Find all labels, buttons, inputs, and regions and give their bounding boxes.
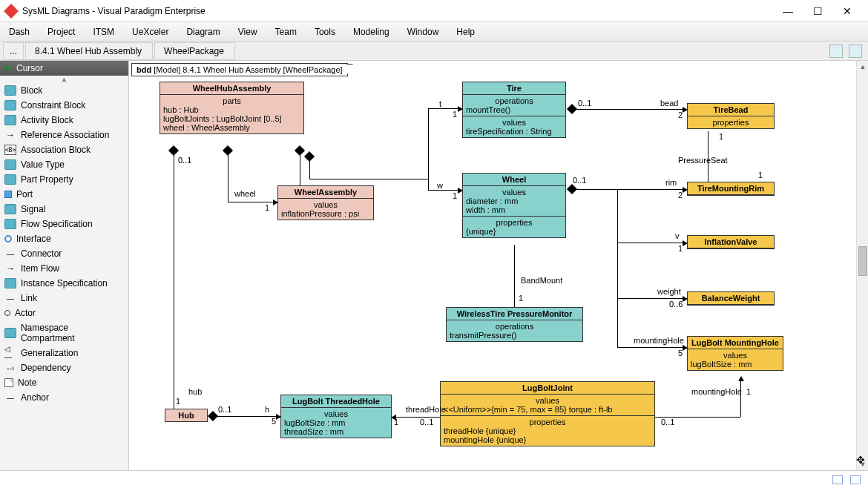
- connector-line: [228, 202, 277, 202]
- maximize-button[interactable]: ☐: [803, 0, 832, 22]
- palette-item[interactable]: Reference Association: [0, 128, 128, 142]
- palette-item[interactable]: Item Flow: [0, 261, 128, 276]
- palette-item[interactable]: Value Type: [0, 157, 128, 172]
- palette-item-label: Generalization: [21, 348, 78, 358]
- block-tire-bead[interactable]: TireBead properties: [687, 103, 775, 129]
- palette-item-label: Dependency: [21, 363, 70, 373]
- note-icon: [4, 378, 13, 387]
- palette-item-label: Interface: [16, 234, 51, 244]
- breadcrumb-root[interactable]: ...: [3, 42, 24, 60]
- block-lugbolt-joint[interactable]: LugBoltJoint values <<Uniform>>{min = 75…: [440, 381, 655, 446]
- menu-itsm[interactable]: ITSM: [93, 27, 114, 37]
- block-balance-weight[interactable]: BalanceWeight: [687, 291, 775, 306]
- block-lugbolt-mounting-hole[interactable]: LugBolt MountingHole values lugBoltSize …: [687, 336, 783, 371]
- connector-line: [576, 189, 617, 190]
- palette-item[interactable]: Part Property: [0, 172, 128, 187]
- palette-item[interactable]: Constraint Block: [0, 98, 128, 113]
- multiplicity-label: 1: [746, 387, 751, 396]
- palette-item-label: Part Property: [21, 174, 73, 185]
- menu-window[interactable]: Window: [407, 27, 439, 37]
- arrow-icon: [4, 130, 16, 140]
- edge-label: PressureSeat: [678, 156, 728, 165]
- connector-line: [309, 160, 310, 179]
- menu-diagram[interactable]: Diagram: [186, 27, 220, 37]
- palette-item-label: Item Flow: [21, 263, 59, 274]
- edge-label: bead: [660, 99, 678, 108]
- gen-icon: [4, 348, 16, 358]
- menu-help[interactable]: Help: [456, 27, 475, 37]
- breadcrumb-item[interactable]: WheelPackage: [154, 42, 235, 60]
- palette-item[interactable]: Namespace Compartment: [0, 320, 128, 346]
- palette-cursor[interactable]: Cursor: [0, 61, 128, 76]
- block-hub[interactable]: Hub: [165, 409, 208, 422]
- connector-line: [514, 245, 515, 307]
- menu-modeling[interactable]: Modeling: [353, 27, 389, 37]
- block-lugbolt-threaded-hole[interactable]: LugBolt ThreadedHole values lugBoltSize …: [280, 395, 392, 438]
- block-tire-mounting-rim[interactable]: TireMountingRim: [687, 182, 775, 196]
- menu-team[interactable]: Team: [275, 27, 297, 37]
- palette-item[interactable]: <B>Association Block: [0, 142, 128, 157]
- palette-item[interactable]: Port: [0, 187, 128, 202]
- palette-item[interactable]: Flow Specification: [0, 217, 128, 231]
- palette-collapse-icon[interactable]: ▲: [0, 76, 128, 83]
- close-button[interactable]: ✕: [832, 0, 862, 22]
- block-wireless-monitor[interactable]: WirelessTire PressureMonitor operations …: [446, 307, 583, 342]
- block-icon: [4, 85, 16, 96]
- block-icon: [4, 100, 16, 111]
- palette-item[interactable]: Generalization: [0, 346, 128, 360]
- palette-item[interactable]: Block: [0, 83, 128, 98]
- multiplicity-label: 0..1: [573, 176, 586, 185]
- palette-item-label: Instance Specification: [21, 278, 108, 288]
- scrollbar-thumb[interactable]: [858, 246, 867, 276]
- menu-bar: Dash Project ITSM UeXceler Diagram View …: [0, 22, 868, 42]
- menu-uexceler[interactable]: UeXceler: [132, 27, 168, 37]
- toolbar-icon[interactable]: [849, 44, 862, 58]
- block-icon: [4, 115, 16, 125]
- palette-item[interactable]: Signal: [0, 202, 128, 217]
- arrow-icon: [4, 263, 16, 274]
- minimize-button[interactable]: —: [773, 0, 803, 22]
- palette-item[interactable]: Dependency: [0, 360, 128, 375]
- palette-item[interactable]: Instance Specification: [0, 276, 128, 291]
- connector-line: [617, 298, 687, 299]
- block-inflation-valve[interactable]: InflationValve: [687, 235, 775, 249]
- block-icon: [4, 328, 16, 338]
- scroll-up-icon[interactable]: ▲: [857, 61, 868, 73]
- block-icon: [4, 204, 16, 214]
- actor-icon: [4, 310, 10, 316]
- edge-label: t: [439, 99, 441, 108]
- block-wheel-hub-assembly[interactable]: WheelHubAssembly parts hub : Hub lugBolt…: [160, 82, 304, 134]
- palette-item[interactable]: Actor: [0, 306, 128, 320]
- multiplicity-label: 0..6: [669, 300, 683, 309]
- block-tire[interactable]: Tire operations mountTree() values tireS…: [462, 82, 566, 138]
- vertical-scrollbar[interactable]: ▲ ▼: [856, 61, 868, 470]
- block-wheel-assembly[interactable]: WheelAssembly values inflationPressure :…: [277, 185, 374, 220]
- edge-label: weight: [657, 287, 681, 296]
- edge-label: hub: [188, 387, 202, 396]
- menu-tools[interactable]: Tools: [315, 27, 335, 37]
- menu-dash[interactable]: Dash: [9, 27, 30, 37]
- palette-item[interactable]: Interface: [0, 231, 128, 246]
- block-wheel[interactable]: Wheel values diameter : mm width : mm pr…: [462, 173, 566, 238]
- connector-line: [309, 179, 428, 179]
- multiplicity-label: 5: [678, 349, 683, 357]
- connector-line: [428, 108, 462, 109]
- palette-item[interactable]: Link: [0, 291, 128, 306]
- palette-item[interactable]: Anchor: [0, 390, 128, 405]
- palette-item-label: Signal: [21, 204, 45, 214]
- connector-line: [576, 109, 687, 110]
- palette-item-label: Activity Block: [21, 115, 73, 125]
- palette-item[interactable]: Connector: [0, 246, 128, 261]
- multiplicity-label: 1: [519, 294, 523, 303]
- diagram-canvas[interactable]: bdd [Model] 8.4.1 Wheel Hub Assembly [Wh…: [129, 61, 868, 470]
- menu-view[interactable]: View: [238, 27, 257, 37]
- edge-label: wheel: [234, 189, 256, 198]
- menu-project[interactable]: Project: [47, 27, 75, 37]
- breadcrumb-item[interactable]: 8.4.1 Wheel Hub Assembly: [25, 42, 153, 60]
- palette-item[interactable]: Note: [0, 375, 128, 390]
- edge-label: mountingHole: [691, 387, 742, 396]
- toolbar-icon[interactable]: [829, 44, 843, 58]
- note-icon[interactable]: [850, 475, 861, 484]
- palette-item[interactable]: Activity Block: [0, 113, 128, 128]
- mail-icon[interactable]: [832, 475, 843, 484]
